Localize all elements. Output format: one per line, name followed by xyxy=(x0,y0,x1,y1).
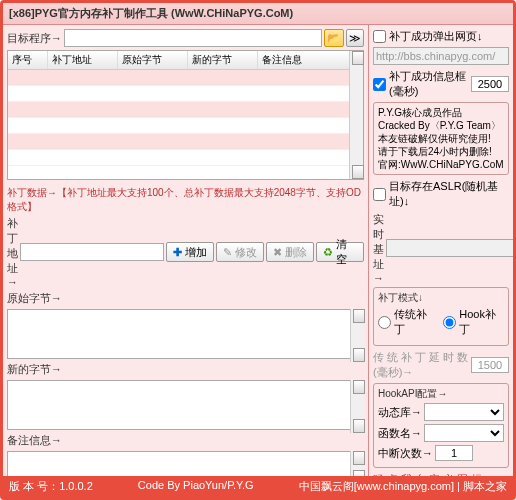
radio-hook[interactable] xyxy=(443,316,456,329)
success-popup-label: 补丁成功弹出网页↓ xyxy=(389,29,483,44)
success-msg-checkbox[interactable] xyxy=(373,78,386,91)
delete-button[interactable]: ✖删除 xyxy=(266,242,314,262)
chevron-icon: ≫ xyxy=(349,32,361,45)
int-label: 中断次数→ xyxy=(378,446,433,461)
trad-delay-input xyxy=(471,357,509,373)
dynlib-select[interactable] xyxy=(424,403,504,421)
rtbase-input xyxy=(386,239,513,257)
hook-cfg-label: HookAPI配置→ xyxy=(378,387,504,401)
table-row xyxy=(8,150,363,166)
table-row xyxy=(8,102,363,118)
table-row xyxy=(8,118,363,134)
scrollbar[interactable] xyxy=(350,451,364,476)
orig-label: 原始字节→ xyxy=(7,291,62,306)
jb-link[interactable]: 脚本之家 xyxy=(463,480,507,492)
success-popup-checkbox[interactable] xyxy=(373,30,386,43)
aslr-checkbox[interactable] xyxy=(373,188,386,201)
edit-button[interactable]: ✎修改 xyxy=(216,242,264,262)
add-button[interactable]: ✚增加 xyxy=(166,242,214,262)
dynlib-label: 动态库→ xyxy=(378,405,422,420)
orig-textarea[interactable] xyxy=(7,309,364,359)
col-new: 新的字节 xyxy=(188,51,258,69)
col-addr: 补丁地址 xyxy=(48,51,118,69)
note-label: 备注信息→ xyxy=(7,433,62,448)
recycle-icon: ♻ xyxy=(323,246,333,259)
success-ms-input[interactable] xyxy=(471,76,509,92)
col-note: 备注信息 xyxy=(258,51,363,69)
new-textarea[interactable] xyxy=(7,380,364,430)
patch-data-label: 补丁数据→【补丁地址最大支持100个、总补丁数据最大支持2048字节、支持OD格… xyxy=(7,186,364,214)
note-textarea[interactable] xyxy=(7,451,364,476)
folder-icon: 📂 xyxy=(327,32,341,45)
pencil-icon: ✎ xyxy=(223,246,232,259)
rtbase-label: 实时 基 址→ xyxy=(373,212,384,284)
window-title: [x86]PYG官方内存补丁制作工具 (WwW.CHiNaPYG.CoM) xyxy=(3,3,513,25)
plus-icon: ✚ xyxy=(173,246,182,259)
footer: 版 本 号：1.0.0.2 Code By PiaoYun/P.Y.G 中国飘云… xyxy=(3,476,513,497)
table-row xyxy=(8,86,363,102)
url-input[interactable] xyxy=(373,47,509,65)
trad-delay-label: 传 统 补 丁 延 时 数(毫秒)→ xyxy=(373,350,469,380)
scrollbar[interactable] xyxy=(350,309,364,362)
col-orig: 原始字节 xyxy=(118,51,188,69)
patch-mode-label: 补丁模式↓ xyxy=(378,291,504,305)
func-label: 函数名→ xyxy=(378,426,422,441)
clear-button[interactable]: ♻清空 xyxy=(316,242,364,262)
target-input[interactable] xyxy=(64,29,322,47)
table-row xyxy=(8,134,363,150)
col-index: 序号 xyxy=(8,51,48,69)
table-scrollbar[interactable] xyxy=(349,51,363,179)
browse-button[interactable]: 📂 xyxy=(324,29,344,47)
success-msg-label: 补丁成功信息框(毫秒) xyxy=(389,69,468,99)
x-icon: ✖ xyxy=(273,246,282,259)
radio-traditional[interactable] xyxy=(378,316,391,329)
target-label: 目标程序→ xyxy=(7,31,62,46)
credits-box: P.Y.G核心成员作品 Cracked By〈P.Y.G Team〉 本友链破解… xyxy=(373,102,509,175)
addr-label: 补丁地址→ xyxy=(7,216,18,288)
aslr-label: 目标存在ASLR(随机基址)↓ xyxy=(389,179,509,209)
addr-input[interactable] xyxy=(20,243,164,261)
int-input[interactable] xyxy=(435,445,473,461)
new-label: 新的字节→ xyxy=(7,362,62,377)
func-select[interactable] xyxy=(424,424,504,442)
patch-table[interactable]: 序号 补丁地址 原始字节 新的字节 备注信息 xyxy=(7,50,364,180)
more-button[interactable]: ≫ xyxy=(346,29,364,47)
table-row xyxy=(8,70,363,86)
scrollbar[interactable] xyxy=(350,380,364,433)
